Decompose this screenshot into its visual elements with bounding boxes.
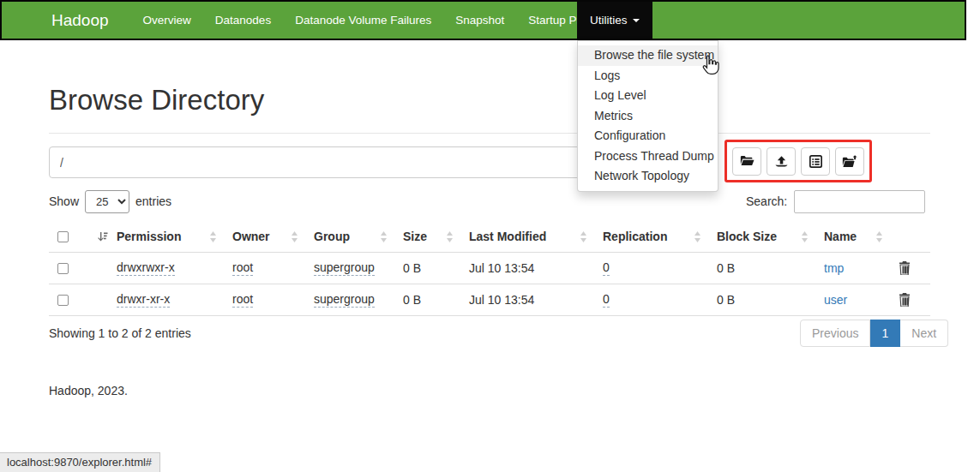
header-last-modified[interactable]: Last Modified <box>462 230 596 243</box>
header-name[interactable]: Name <box>817 230 892 243</box>
file-browser-table: Permission Owner Group Size Last Modifie… <box>49 221 930 316</box>
utilities-label: Utilities <box>590 2 628 39</box>
directory-link-tmp[interactable]: tmp <box>824 261 844 275</box>
divider <box>49 133 930 134</box>
menu-item-browse-file-system[interactable]: Browse the file system <box>578 45 718 66</box>
delete-button[interactable] <box>892 293 930 307</box>
group-value[interactable]: supergroup <box>314 260 375 276</box>
group-value[interactable]: supergroup <box>314 292 375 308</box>
menu-item-log-level[interactable]: Log Level <box>578 86 718 106</box>
sort-icon[interactable] <box>801 231 809 242</box>
table-info: Showing 1 to 2 of 2 entries <box>49 326 191 340</box>
page-1-button[interactable]: 1 <box>870 320 900 347</box>
permission-value[interactable]: drwxr-xr-x <box>117 292 170 308</box>
page-length-control: Show 25 entries <box>49 189 171 213</box>
select-all-checkbox[interactable] <box>57 231 69 242</box>
header-block-size[interactable]: Block Size <box>710 230 817 243</box>
permission-value[interactable]: drwxrwxr-x <box>117 260 175 276</box>
trash-icon <box>899 261 911 275</box>
upload-files-button[interactable] <box>767 147 796 176</box>
menu-item-network-topology[interactable]: Network Topology <box>578 166 718 187</box>
menu-item-process-thread-dump[interactable]: Process Thread Dump <box>578 146 718 167</box>
block-size-value: 0 B <box>717 261 735 275</box>
header-size[interactable]: Size <box>396 230 462 243</box>
nav-item-datanodes[interactable]: Datanodes <box>203 2 283 39</box>
create-directory-button[interactable] <box>732 147 761 176</box>
browser-status-bar: localhost:9870/explorer.html# <box>0 452 160 472</box>
brand-hadoop[interactable]: Hadoop <box>2 11 131 30</box>
table-row: drwxr-xr-x root supergroup 0 B Jul 10 13… <box>49 284 930 316</box>
top-navbar: Hadoop Overview Datanodes Datanode Volum… <box>0 0 966 40</box>
sort-active-icon[interactable] <box>98 231 108 242</box>
modified-value: Jul 10 13:54 <box>469 293 534 307</box>
cut-paste-button[interactable] <box>835 147 864 176</box>
menu-item-metrics[interactable]: Metrics <box>578 106 718 127</box>
sort-icon[interactable] <box>291 231 298 242</box>
show-label: Show <box>49 194 79 208</box>
sort-icon[interactable] <box>580 231 587 242</box>
search-input[interactable] <box>794 190 925 213</box>
caret-down-icon <box>633 19 640 22</box>
nav-item-snapshot[interactable]: Snapshot <box>443 2 516 39</box>
pagination: Previous 1 Next <box>800 320 948 347</box>
row-checkbox[interactable] <box>57 263 69 274</box>
entries-label: entries <box>135 194 171 208</box>
menu-item-logs[interactable]: Logs <box>578 66 718 87</box>
hand-pointer-cursor <box>700 54 720 76</box>
next-page-button[interactable]: Next <box>900 320 948 347</box>
row-checkbox[interactable] <box>57 295 69 306</box>
nav-item-datanode-volume-failures[interactable]: Datanode Volume Failures <box>283 2 443 39</box>
header-select-all[interactable] <box>49 231 110 242</box>
table-header-row: Permission Owner Group Size Last Modifie… <box>49 221 930 253</box>
search-label: Search: <box>746 194 787 208</box>
nav-item-overview[interactable]: Overview <box>131 2 203 39</box>
modified-value: Jul 10 13:54 <box>469 261 534 275</box>
header-owner[interactable]: Owner <box>225 230 307 243</box>
block-size-value: 0 B <box>717 293 735 307</box>
upload-icon <box>774 155 789 168</box>
hdfs-explorer-page: Hadoop Overview Datanodes Datanode Volum… <box>0 0 980 472</box>
utilities-dropdown-menu: Browse the file system Logs Log Level Me… <box>577 40 718 192</box>
table-search-control: Search: <box>746 189 925 213</box>
sort-icon[interactable] <box>380 231 388 242</box>
list-alt-icon <box>809 155 822 168</box>
header-replication[interactable]: Replication <box>596 230 710 243</box>
owner-value[interactable]: root <box>232 260 253 276</box>
set-quota-button[interactable] <box>801 147 830 176</box>
owner-value[interactable]: root <box>232 292 253 308</box>
sort-icon[interactable] <box>694 231 701 242</box>
entries-per-page-select[interactable]: 25 <box>85 190 129 213</box>
sort-icon[interactable] <box>875 231 883 242</box>
nav-item-utilities[interactable]: Utilities <box>577 2 652 39</box>
trash-icon <box>899 293 911 307</box>
header-permission[interactable]: Permission <box>110 230 225 243</box>
menu-item-configuration[interactable]: Configuration <box>578 126 718 146</box>
folder-open-icon <box>740 155 755 167</box>
replication-value[interactable]: 0 <box>603 260 610 276</box>
page-title: Browse Directory <box>49 84 264 117</box>
table-row: drwxrwxr-x root supergroup 0 B Jul 10 13… <box>49 253 930 284</box>
sort-icon[interactable] <box>209 231 217 242</box>
toolbar-red-highlight <box>724 140 872 182</box>
previous-page-button[interactable]: Previous <box>800 320 870 347</box>
directory-link-user[interactable]: user <box>824 293 847 307</box>
delete-button[interactable] <box>892 261 930 275</box>
header-group[interactable]: Group <box>307 230 396 243</box>
size-value: 0 B <box>403 261 421 275</box>
folder-move-icon <box>842 155 857 168</box>
replication-value[interactable]: 0 <box>603 292 610 308</box>
size-value: 0 B <box>403 293 421 307</box>
footer-copyright: Hadoop, 2023. <box>49 384 128 397</box>
sort-icon[interactable] <box>446 231 454 242</box>
